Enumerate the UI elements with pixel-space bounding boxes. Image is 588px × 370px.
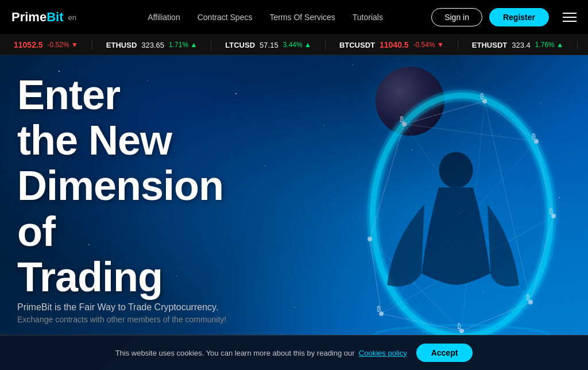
ticker-item-ethusdt: ETHUSDT 323.4 1.76% ▲	[458, 41, 578, 49]
language-selector[interactable]: en	[68, 13, 76, 22]
hero-line1: Enter	[17, 72, 120, 118]
ltcusd-change: 3.44% ▲	[283, 41, 311, 49]
cookie-text: This website uses cookies. You can learn…	[115, 349, 407, 357]
hero-text: Enter the New Dimension of Trading	[17, 72, 223, 300]
cookie-accept-button[interactable]: Accept	[416, 344, 473, 362]
hero-headline: Enter the New Dimension of Trading	[17, 72, 223, 300]
btcusdt-price: 11040.5	[380, 40, 409, 49]
svg-text:₿: ₿	[526, 294, 530, 302]
ethusdt-price: 323.4	[512, 41, 531, 49]
hamburger-menu[interactable]	[563, 13, 577, 22]
ethusd-change: 1.71% ▲	[169, 41, 197, 49]
network-svg: ₿ ₿ ₿ ₿ ₿ ₿ ₿	[243, 55, 588, 370]
nav-actions: Sign in Register	[431, 8, 577, 26]
ticker-content: 11052.5 -0.52% ▼ ETHUSD 323.65 1.71% ▲ L…	[0, 40, 588, 49]
hero-tagline: PrimeBit is the Fair Way to Trade Crypto…	[17, 302, 226, 313]
hero-line3: Dimension	[17, 163, 223, 209]
nav-links: Affiliation Contract Specs Terms Of Serv…	[99, 13, 431, 22]
cookies-policy-link[interactable]: Cookies policy	[359, 349, 407, 357]
nav-tutorials[interactable]: Tutorials	[353, 13, 383, 22]
ltcusd-symbol: LTCUSD	[225, 41, 255, 49]
btcusd-main-price: 11052.5	[14, 40, 43, 49]
svg-point-24	[368, 237, 372, 241]
hero-line5: Trading	[17, 254, 163, 300]
hamburger-line1	[563, 13, 577, 14]
btcusdt-symbol: BTCUSDT	[339, 41, 375, 49]
signin-button[interactable]: Sign in	[431, 8, 482, 26]
cookie-banner: This website uses cookies. You can learn…	[0, 335, 588, 370]
hero-line4: of	[17, 209, 55, 255]
ticker-item-ltcusdt: LTCUSDT 57.1 3.54% ▲	[578, 41, 588, 49]
logo-prime: Prime	[11, 10, 47, 25]
register-button[interactable]: Register	[489, 8, 549, 26]
svg-text:₿: ₿	[400, 115, 404, 124]
hero-section: ₿ ₿ ₿ ₿ ₿ ₿ ₿	[0, 55, 588, 370]
ticker-item-ltcusd: LTCUSD 57.15 3.44% ▲	[211, 41, 326, 49]
nav-contract-specs[interactable]: Contract Specs	[198, 13, 253, 22]
svg-text:₿: ₿	[532, 133, 536, 141]
ethusdt-symbol: ETHUSDT	[472, 41, 507, 49]
hero-description: Exchange contracts with other members of…	[17, 315, 226, 324]
svg-text:₿: ₿	[480, 92, 484, 101]
ethusdt-change: 1.76% ▲	[535, 41, 563, 49]
ticker-item-ethusd: ETHUSD 323.65 1.71% ▲	[92, 41, 211, 49]
hero-subtitle: PrimeBit is the Fair Way to Trade Crypto…	[17, 302, 226, 324]
svg-point-32	[439, 152, 473, 188]
ethusd-symbol: ETHUSD	[106, 41, 137, 49]
ltcusd-price: 57.15	[260, 41, 278, 49]
svg-text:₿: ₿	[377, 305, 381, 313]
btcusdt-change: -0.54% ▼	[413, 41, 444, 49]
hamburger-line3	[563, 21, 577, 22]
logo[interactable]: PrimeBit	[11, 10, 63, 25]
svg-text:₿: ₿	[549, 207, 553, 215]
ticker-item-btcusd-main: 11052.5 -0.52% ▼	[0, 40, 92, 49]
ethusd-price: 323.65	[141, 41, 164, 49]
logo-bit: Bit	[47, 10, 63, 25]
navbar: PrimeBit en Affiliation Contract Specs T…	[0, 0, 588, 34]
btcusd-main-change: -0.52% ▼	[48, 41, 78, 49]
ticker-item-btcusdt: BTCUSDT 11040.5 -0.54% ▼	[326, 40, 458, 49]
nav-affiliation[interactable]: Affiliation	[148, 13, 180, 22]
hero-line2: the New	[17, 117, 172, 163]
hamburger-line2	[563, 17, 577, 18]
nav-terms[interactable]: Terms Of Services	[269, 13, 335, 22]
cookie-message: This website uses cookies. You can learn…	[115, 349, 355, 357]
ticker-bar: 11052.5 -0.52% ▼ ETHUSD 323.65 1.71% ▲ L…	[0, 34, 588, 55]
